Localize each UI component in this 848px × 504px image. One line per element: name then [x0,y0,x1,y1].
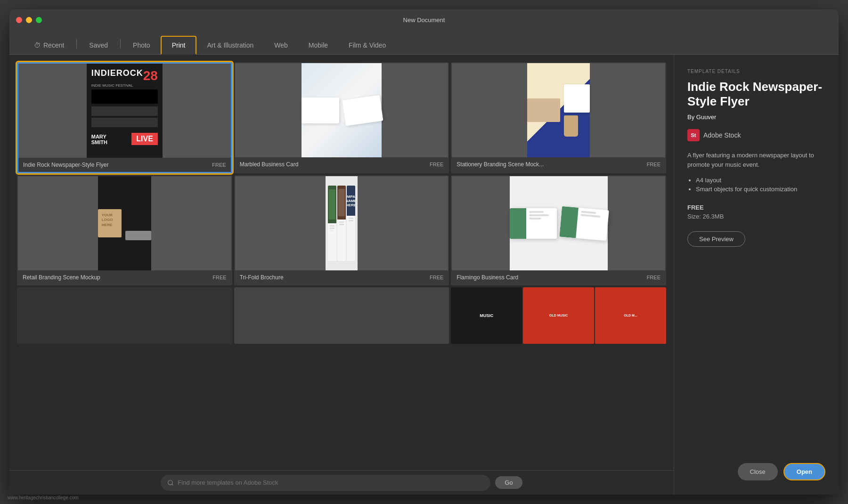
close-window-btn[interactable] [16,17,22,23]
template-card-6[interactable]: Flamingo Business Card FREE [451,175,666,285]
trifold-img2 [337,186,346,219]
flamingo-preview [510,176,608,270]
retail-items [125,207,151,240]
retail-bag: YOURLOGOHERE [98,209,122,237]
template-card-1[interactable]: INDIEROCK 28 INDIE MUSIC FESTIVAL MARY [17,62,232,173]
search-input[interactable] [178,479,484,486]
template-badge-4: FREE [212,275,226,280]
templates-grid: INDIEROCK 28 INDIE MUSIC FESTIVAL MARY [17,62,666,285]
trifold-line6 [349,218,353,219]
template-card-5[interactable]: COMPANYNAME HERE [234,175,449,285]
main-window: New Document ⏱ Recent Saved Photo Print … [9,9,839,495]
template-card-footer-5: Tri-Fold Brochure FREE [235,270,448,285]
tab-film-label: Film & Video [349,41,386,49]
details-price: FREE [687,204,825,211]
flamingo-content [526,208,557,239]
flamingo-green-side-2 [559,206,579,238]
stationery-preview [527,63,590,157]
template-name-6: Flamingo Business Card [457,274,518,281]
marbled-preview [302,63,382,157]
trifold-panel-1 [328,186,336,261]
flamingo-line-5 [580,214,601,218]
retail-bag-wrapper: YOURLOGOHERE [98,209,122,237]
template-card-img-6 [452,176,665,270]
music-label-1: MUSIC [480,313,493,318]
window-title: New Document [403,16,445,24]
bullet-2: Smart objects for quick customization [696,186,825,193]
tab-mobile[interactable]: Mobile [298,37,338,55]
tab-photo[interactable]: Photo [122,37,161,55]
retail-logo: YOURLOGOHERE [98,209,122,231]
tab-saved[interactable]: Saved [79,37,118,55]
template-name-2: Marbled Business Card [240,161,299,168]
template-card-3[interactable]: Stationery Branding Scene Mock... FREE [451,62,666,173]
indie-bar3 [91,118,158,127]
trifold-img1 [328,186,336,223]
bottom-actions: Close Open [687,454,825,480]
template-card-footer-3: Stationery Branding Scene Mock... FREE [452,157,665,171]
details-author: Guuver [696,114,717,121]
template-card-img-4: YOURLOGOHERE [18,176,231,270]
indie-bar1 [91,89,158,104]
trifold-panel-2 [337,186,346,261]
bottom-card-2[interactable] [234,287,449,344]
template-badge-6: FREE [647,275,660,280]
open-button[interactable]: Open [783,463,825,480]
bottom-card-3-group[interactable]: MUSIC OLD MUSIC OLD M... [451,287,666,344]
indie-name: MARY SMITH [91,134,107,145]
tab-art[interactable]: Art & Illustration [196,37,264,55]
tab-web-label: Web [274,41,288,49]
tab-web[interactable]: Web [264,37,298,55]
template-card-footer-1: Indie Rock Newspaper-Style Flyer FREE [18,158,231,172]
trifold-line4 [339,221,344,223]
retail-preview: YOURLOGOHERE [98,176,151,270]
template-card-4[interactable]: YOURLOGOHERE Retail Branding Scene Mo [17,175,232,285]
trifold-text2 [337,219,346,227]
retail-tshirt [125,207,151,228]
see-preview-button[interactable]: See Preview [687,231,745,247]
template-name-3: Stationery Branding Scene Mock... [457,161,544,168]
trifold-company: COMPANYNAME HERE [347,195,355,207]
tab-mobile-label: Mobile [309,41,328,49]
flamingo-content-2 [576,207,609,240]
go-button[interactable]: Go [495,476,522,489]
tab-film[interactable]: Film & Video [338,37,396,55]
indie-firstname: MARY [91,134,107,139]
flamingo-line-4 [581,211,596,214]
minimize-btn[interactable] [26,17,32,23]
trifold-text1 [328,223,336,233]
tab-print[interactable]: Print [161,36,197,55]
tab-print-label: Print [172,41,186,49]
trifold-preview: COMPANYNAME HERE [326,176,358,270]
flamingo-card-1 [510,208,557,239]
stationery-envelope [527,98,560,122]
music-card-3: OLD M... [595,287,666,344]
trifold-text3 [347,216,355,223]
bottom-card-1[interactable] [17,287,232,344]
details-by: By Guuver [687,114,825,121]
indie-subtitle: INDIE MUSIC FESTIVAL [91,83,158,88]
trifold-line1 [330,225,334,227]
template-card-2[interactable]: Marbled Business Card FREE [234,62,449,173]
music-label-2: OLD MUSIC [549,314,568,317]
size-value: 26.3MB [703,213,724,220]
stationery-cup [564,115,578,137]
trifold-img-inner1 [329,189,335,219]
details-label: TEMPLATE DETAILS [687,69,825,74]
close-button[interactable]: Close [738,463,778,480]
template-card-img-5: COMPANYNAME HERE [235,176,448,270]
details-size: Size: 26.3MB [687,213,825,220]
svg-point-0 [168,480,172,484]
clock-icon: ⏱ [34,41,41,49]
template-badge-2: FREE [430,162,443,167]
tab-separator-2 [120,39,121,49]
tab-recent[interactable]: ⏱ Recent [24,37,74,55]
trifold-line7 [349,220,353,221]
marbled-card-2 [342,95,383,126]
indie-live-badge: LIVE [131,133,158,145]
details-panel: TEMPLATE DETAILS Indie Rock Newspaper-St… [674,55,839,495]
search-wrapper [161,475,490,491]
trifold-line5 [339,224,344,225]
template-card-footer-4: Retail Branding Scene Mockup FREE [18,270,231,285]
maximize-btn[interactable] [36,17,42,23]
